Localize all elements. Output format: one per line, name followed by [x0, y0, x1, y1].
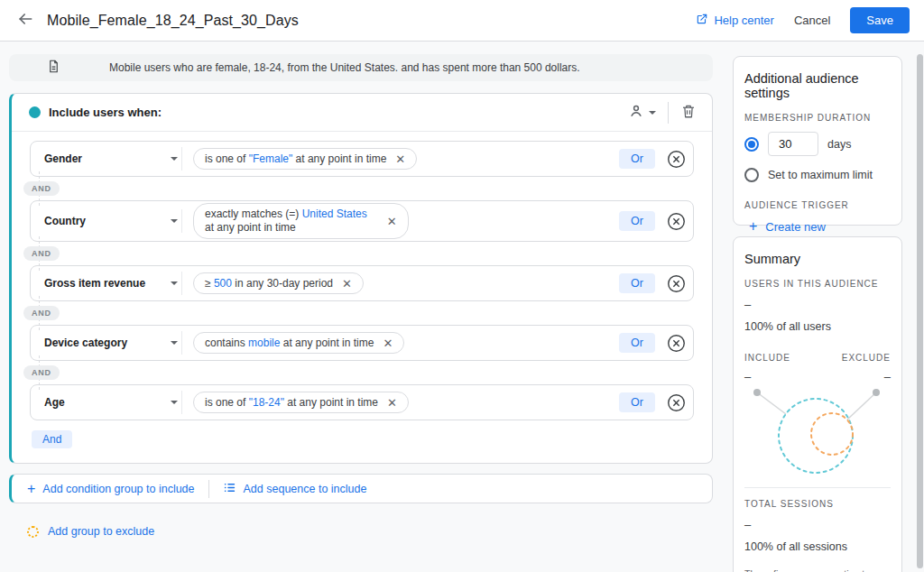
chevron-down-icon — [171, 157, 178, 161]
field-dropdown-gender[interactable]: Gender — [44, 152, 178, 165]
duration-radio-selected[interactable] — [744, 137, 759, 152]
back-button[interactable] — [14, 10, 36, 32]
remove-condition-button[interactable] — [667, 212, 686, 231]
help-center-link[interactable]: Help center — [696, 13, 773, 28]
or-button[interactable]: Or — [619, 273, 655, 293]
delete-group-button[interactable] — [680, 103, 699, 122]
chevron-down-icon — [171, 219, 178, 223]
save-button[interactable]: Save — [850, 7, 910, 33]
max-limit-label: Set to maximum limit — [768, 169, 873, 181]
pill-text: at any point in time — [280, 337, 374, 349]
create-new-label: Create new — [765, 220, 825, 234]
pill-close-icon[interactable]: ✕ — [342, 278, 352, 290]
and-connector: AND — [30, 301, 694, 325]
add-sequence-button[interactable]: Add sequence to include — [223, 481, 367, 497]
add-group-exclude-label: Add group to exclude — [48, 525, 154, 538]
pill-close-icon[interactable]: ✕ — [395, 153, 405, 165]
field-dropdown-device-category[interactable]: Device category — [44, 337, 178, 349]
pill-close-icon[interactable]: ✕ — [387, 216, 397, 227]
back-arrow-icon — [16, 10, 34, 32]
condition-pill-gender[interactable]: is one of "Female" at any point in time … — [193, 148, 417, 170]
pill-text: contains — [205, 337, 248, 349]
pill-close-icon[interactable]: ✕ — [383, 337, 393, 349]
include-dot-icon — [29, 106, 41, 118]
condition-pill-revenue[interactable]: ≥ 500 in any 30-day period ✕ — [193, 272, 364, 294]
condition-row-gross-item-revenue: Gross item revenue ≥ 500 in any 30-day p… — [30, 265, 694, 301]
summary-divider — [744, 487, 891, 488]
exclude-value: – — [884, 370, 891, 383]
remove-condition-button[interactable] — [667, 334, 686, 353]
pill-text: is one of — [205, 396, 249, 409]
field-label: Device category — [44, 337, 127, 349]
field-dropdown-age[interactable]: Age — [44, 396, 178, 409]
days-label: days — [827, 138, 851, 151]
cancel-button[interactable]: Cancel — [794, 14, 830, 27]
add-condition-group-button[interactable]: + Add condition group to include — [27, 482, 195, 496]
pill-value: mobile — [248, 337, 280, 349]
condition-pill-device[interactable]: contains mobile at any point in time ✕ — [193, 332, 404, 354]
add-sequence-label: Add sequence to include — [244, 483, 367, 495]
audience-description-text: Mobile users who are female, 18-24, from… — [109, 61, 580, 74]
vertical-scrollbar[interactable] — [917, 54, 923, 568]
pill-text: exactly matches (=) — [205, 208, 302, 220]
field-label: Gender — [44, 152, 82, 165]
add-and-condition-button[interactable]: And — [32, 430, 72, 448]
audience-trigger-label: AUDIENCE TRIGGER — [744, 200, 891, 210]
and-chip: AND — [23, 181, 60, 196]
field-dropdown-gross-item-revenue[interactable]: Gross item revenue — [44, 277, 178, 290]
users-percent-value: 100% of all users — [744, 320, 891, 333]
add-condition-group-label: Add condition group to include — [42, 483, 194, 495]
condition-pill-country[interactable]: exactly matches (=) United States at any… — [193, 203, 409, 239]
and-connector: AND — [30, 361, 694, 384]
audience-description-bar: Mobile users who are female, 18-24, from… — [9, 54, 713, 81]
total-sessions-label: TOTAL SESSIONS — [744, 499, 891, 509]
condition-pill-age[interactable]: is one of "18-24" at any point in time ✕ — [193, 392, 409, 413]
field-label: Age — [44, 396, 65, 409]
pill-text: at any point in time — [292, 152, 386, 165]
field-dropdown-country[interactable]: Country — [44, 215, 178, 227]
and-chip: AND — [23, 365, 60, 380]
add-group-to-exclude-button[interactable]: Add group to exclude — [27, 525, 713, 538]
chevron-down-icon — [171, 341, 178, 345]
circled-x-icon — [667, 274, 686, 293]
summary-title: Summary — [744, 252, 891, 266]
remove-condition-button[interactable] — [667, 274, 686, 293]
users-in-audience-label: USERS IN THIS AUDIENCE — [744, 279, 891, 289]
page-title: Mobile_Female_18_24_Past_30_Days — [47, 13, 299, 29]
row-divider — [181, 147, 182, 171]
plus-icon: + — [749, 219, 757, 234]
additional-audience-settings-card: Additional audience settings MEMBERSHIP … — [733, 56, 902, 226]
or-button[interactable]: Or — [619, 333, 655, 353]
plus-icon: + — [27, 482, 35, 496]
circled-x-icon — [667, 334, 686, 353]
condition-row-gender: Gender is one of "Female" at any point i… — [30, 141, 694, 177]
add-card-divider — [208, 480, 209, 498]
or-button[interactable]: Or — [619, 211, 655, 231]
pill-close-icon[interactable]: ✕ — [387, 397, 397, 409]
include-group-card: Include users when: — [9, 93, 713, 464]
top-bar: Mobile_Female_18_24_Past_30_Days Help ce… — [0, 0, 924, 42]
remove-condition-button[interactable] — [667, 393, 686, 412]
or-button[interactable]: Or — [619, 392, 655, 412]
audience-builder-main: Mobile users who are female, 18-24, from… — [9, 54, 713, 538]
and-chip: AND — [23, 246, 60, 261]
create-new-trigger-button[interactable]: + Create new — [749, 219, 891, 234]
pill-text: ≥ — [205, 277, 214, 290]
field-label: Country — [44, 215, 86, 227]
membership-duration-input[interactable] — [768, 132, 818, 156]
circled-x-icon — [667, 150, 686, 169]
include-exclude-venn-diagram — [744, 385, 892, 484]
circled-x-icon — [667, 212, 686, 231]
max-limit-radio[interactable] — [744, 168, 759, 182]
scoping-selector[interactable] — [628, 103, 656, 123]
sessions-percent-value: 100% of all sessions — [744, 540, 891, 553]
or-button[interactable]: Or — [619, 149, 655, 169]
remove-condition-button[interactable] — [667, 150, 686, 169]
circled-x-icon — [667, 393, 686, 412]
exclude-label: EXCLUDE — [842, 353, 891, 363]
and-chip: AND — [23, 306, 60, 320]
membership-duration-label: MEMBERSHIP DURATION — [744, 113, 891, 123]
summary-card: Summary USERS IN THIS AUDIENCE – 100% of… — [733, 236, 902, 572]
include-label: INCLUDE — [744, 353, 790, 363]
field-label: Gross item revenue — [44, 277, 145, 290]
